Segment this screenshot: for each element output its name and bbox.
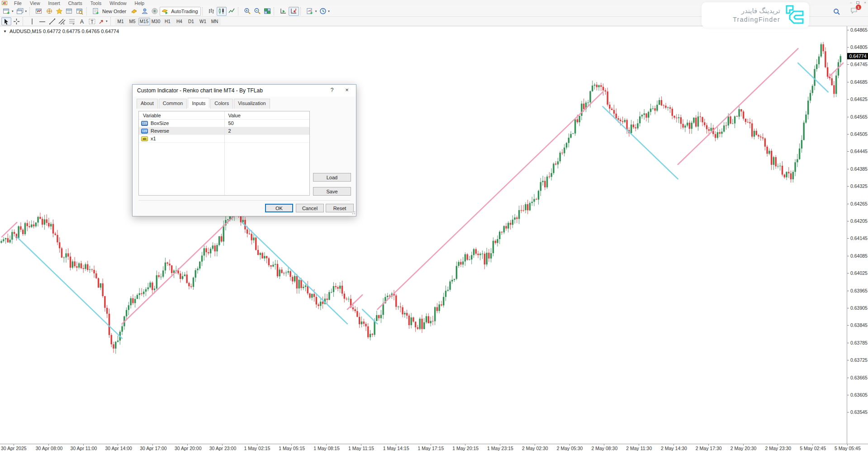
time-axis-label: 2 May 17:30	[696, 446, 722, 451]
dialog-close-button[interactable]: ×	[342, 86, 352, 95]
cancel-button[interactable]: Cancel	[296, 204, 324, 212]
app-icon[interactable]	[2, 1, 7, 5]
time-axis-label: 1 May 05:15	[279, 446, 305, 451]
menu-item-insert[interactable]: Insert	[44, 0, 64, 6]
price-axis-label: 0.64325	[850, 183, 868, 189]
cursor-button[interactable]	[1, 17, 11, 25]
crosshair-button[interactable]	[11, 17, 21, 25]
minimize-button[interactable]: –	[850, 0, 852, 5]
timeframe-m5-button[interactable]: M5	[127, 18, 138, 25]
time-axis-label: 1 May 02:15	[244, 446, 270, 451]
favorites-icon	[56, 8, 63, 14]
search-icon[interactable]	[833, 8, 840, 15]
chart-area[interactable]: ▼ AUDUSD,M15 0.64772 0.64775 0.64765 0.6…	[0, 26, 868, 444]
menu-item-file[interactable]: File	[10, 0, 26, 6]
trendline-button[interactable]	[47, 17, 57, 25]
navigator-button[interactable]	[44, 7, 54, 16]
symbol-info-row[interactable]: ▼ AUDUSD,M15 0.64772 0.64775 0.64765 0.6…	[3, 29, 119, 34]
reset-button[interactable]: Reset	[326, 204, 354, 212]
horizontal-line-icon	[39, 18, 46, 25]
vertical-line-button[interactable]	[27, 17, 37, 25]
price-axis[interactable]: 0.64774 0.648650.648050.647450.646850.64…	[847, 26, 868, 444]
save-button[interactable]: Save	[313, 187, 351, 196]
line-chart-button[interactable]	[227, 7, 237, 16]
new-order-label: New Order	[101, 9, 128, 14]
text-label-button[interactable]: T	[87, 17, 97, 25]
time-axis-label: 5 May 05:45	[835, 446, 861, 451]
menu-item-help[interactable]: Help	[131, 0, 149, 6]
timeframe-d1-button[interactable]: D1	[185, 18, 197, 25]
price-chart-canvas[interactable]	[0, 26, 847, 444]
text-button[interactable]: A	[77, 17, 87, 25]
price-axis-tick	[847, 360, 849, 360]
menu-item-view[interactable]: View	[26, 0, 44, 6]
tab-common[interactable]: Common	[159, 99, 187, 109]
strategy-tester-button[interactable]	[75, 7, 85, 16]
chevron-down-icon: ▾	[106, 19, 108, 23]
candlestick-chart-button[interactable]	[217, 7, 227, 16]
price-axis-tick	[847, 30, 849, 30]
time-axis-label: 2 May 23:30	[765, 446, 791, 451]
favorites-button[interactable]	[54, 7, 64, 16]
timeframe-h1-button[interactable]: H1	[162, 18, 174, 25]
tradingfinder-logo-icon	[785, 4, 805, 26]
zoom-out-button[interactable]	[252, 7, 262, 16]
depth-of-market-button[interactable]	[129, 7, 139, 16]
data-window-button[interactable]	[64, 7, 75, 16]
price-axis-tick	[847, 64, 849, 65]
dialog-help-button[interactable]: ?	[327, 87, 337, 94]
bar-chart-button[interactable]	[207, 7, 217, 16]
string-type-icon: ab	[141, 136, 148, 141]
new-chart-button[interactable]: +▾	[1, 7, 15, 16]
time-axis-label: 2 May 14:30	[661, 446, 687, 451]
chart-shift-button[interactable]	[289, 7, 299, 16]
profiles-button[interactable]: ▾	[15, 7, 28, 16]
menu-item-tools[interactable]: Tools	[86, 0, 106, 6]
numeric-type-icon: 123	[141, 121, 148, 126]
equidistant-channel-button[interactable]: E	[57, 17, 67, 25]
timeframe-m15-button[interactable]: M15	[138, 18, 150, 25]
timeframe-h4-button[interactable]: H4	[174, 18, 185, 25]
arrows-button[interactable]: ▾	[97, 17, 109, 25]
price-axis-label: 0.64445	[850, 149, 868, 154]
tab-visualization[interactable]: Visualization	[234, 99, 270, 109]
market-watch-button[interactable]	[34, 7, 44, 16]
tab-inputs[interactable]: Inputs	[188, 98, 209, 108]
value-cell[interactable]: 2	[224, 128, 310, 134]
ok-button[interactable]: OK	[265, 204, 293, 212]
load-button[interactable]: Load	[313, 173, 351, 182]
indicators-button[interactable]: +▾	[305, 7, 318, 16]
fibonacci-button[interactable]: F	[67, 17, 77, 25]
price-axis-label: 0.64385	[850, 166, 868, 172]
sounds-button[interactable]	[150, 7, 160, 16]
time-axis-label: 1 May 23:15	[487, 446, 513, 451]
menu-item-window[interactable]: Window	[105, 0, 130, 6]
community-button[interactable]	[139, 7, 150, 16]
tab-colors[interactable]: Colors	[210, 99, 233, 109]
tile-windows-button[interactable]	[262, 7, 272, 16]
menu-item-charts[interactable]: Charts	[64, 0, 86, 6]
current-price-badge: 0.64774	[847, 53, 868, 59]
new-order-button[interactable]: +New Order	[91, 7, 129, 16]
inputs-table[interactable]: VariableValue123BoxSize50123Reverse2abx1	[138, 111, 310, 196]
chat-icon[interactable]: 1	[850, 7, 858, 16]
timeframe-mn-button[interactable]: MN	[209, 18, 221, 25]
autotrading-button[interactable]: AutoTrading	[160, 7, 201, 16]
zoom-in-button[interactable]	[242, 7, 252, 16]
timeframe-m1-button[interactable]: M1	[115, 18, 127, 25]
timeframe-w1-button[interactable]: W1	[197, 18, 209, 25]
time-axis[interactable]: 30 Apr 202530 Apr 08:0030 Apr 11:0030 Ap…	[0, 444, 868, 451]
horizontal-line-button[interactable]	[37, 17, 47, 25]
time-axis-tick	[812, 444, 813, 446]
symbol-dropdown-icon[interactable]: ▼	[3, 29, 7, 34]
auto-scroll-button[interactable]	[278, 7, 289, 16]
price-axis-label: 0.63545	[850, 409, 868, 415]
timeframe-m30-button[interactable]: M30	[150, 18, 162, 25]
periods-button[interactable]: ▾	[318, 7, 331, 16]
close-button[interactable]: ×	[864, 0, 866, 5]
maximize-button[interactable]	[856, 1, 859, 4]
value-cell[interactable]: 50	[224, 120, 310, 126]
time-axis-label: 30 Apr 11:00	[71, 446, 97, 451]
tab-about[interactable]: About	[137, 99, 158, 109]
resize-grip[interactable]	[351, 211, 355, 215]
